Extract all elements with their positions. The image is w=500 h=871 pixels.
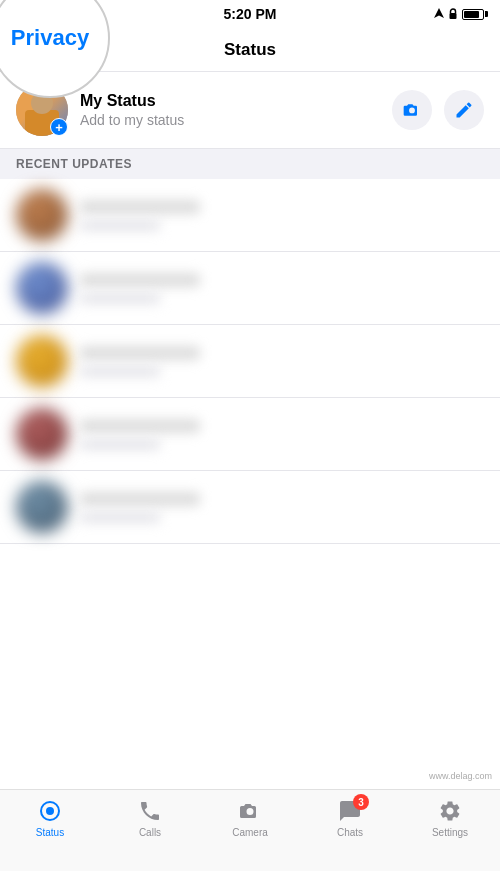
privacy-back-label: Privacy	[11, 25, 89, 51]
tab-chats[interactable]: 3 Chats	[300, 798, 400, 838]
settings-tab-icon	[437, 798, 463, 824]
time-display: 5:20 PM	[224, 6, 277, 22]
status-time-blur-3	[80, 366, 160, 377]
status-avatar-5	[16, 481, 68, 533]
status-avatar-1	[16, 189, 68, 241]
add-status-badge[interactable]: +	[50, 118, 68, 136]
camera-icon	[402, 100, 422, 120]
list-item[interactable]	[0, 398, 500, 471]
status-name-blur-3	[80, 346, 200, 360]
status-time-blur-2	[80, 293, 160, 304]
tab-calls-label: Calls	[139, 827, 161, 838]
status-info-3	[80, 346, 484, 377]
tab-settings[interactable]: Settings	[400, 798, 500, 838]
tab-status[interactable]: Status	[0, 798, 100, 838]
status-time-blur-4	[80, 439, 160, 450]
list-item[interactable]	[0, 179, 500, 252]
status-info-2	[80, 273, 484, 304]
tab-camera-label: Camera	[232, 827, 268, 838]
status-avatar-4	[16, 408, 68, 460]
camera-tab-icon	[237, 798, 263, 824]
status-name-blur-2	[80, 273, 200, 287]
tab-camera[interactable]: Camera	[200, 798, 300, 838]
watermark: www.delag.com	[429, 771, 492, 781]
status-tab-icon	[37, 798, 63, 824]
calls-tab-icon	[137, 798, 163, 824]
svg-rect-4	[449, 13, 456, 19]
status-list	[0, 179, 500, 544]
status-info-5	[80, 492, 484, 523]
chats-badge: 3	[353, 794, 369, 810]
edit-icon	[454, 100, 474, 120]
my-status-text-block: My Status Add to my status	[80, 92, 392, 128]
status-time-blur-1	[80, 220, 160, 231]
list-item[interactable]	[0, 325, 500, 398]
recent-updates-header: RECENT UPDATES	[0, 149, 500, 179]
my-status-name: My Status	[80, 92, 392, 110]
battery-icon	[462, 9, 484, 20]
my-status-actions	[392, 90, 484, 130]
status-info-4	[80, 419, 484, 450]
status-name-blur-1	[80, 200, 200, 214]
recent-updates-label: RECENT UPDATES	[16, 157, 132, 171]
tab-chats-label: Chats	[337, 827, 363, 838]
edit-action-button[interactable]	[444, 90, 484, 130]
status-avatar-2	[16, 262, 68, 314]
tab-settings-label: Settings	[432, 827, 468, 838]
status-info-1	[80, 200, 484, 231]
camera-action-button[interactable]	[392, 90, 432, 130]
status-avatar-3	[16, 335, 68, 387]
tab-calls[interactable]: Calls	[100, 798, 200, 838]
tab-status-label: Status	[36, 827, 64, 838]
list-item[interactable]	[0, 252, 500, 325]
status-name-blur-5	[80, 492, 200, 506]
tab-bar: Status Calls Camera 3 Chats	[0, 789, 500, 871]
status-name-blur-4	[80, 419, 200, 433]
list-item[interactable]	[0, 471, 500, 544]
my-status-subtitle: Add to my status	[80, 112, 392, 128]
status-time-blur-5	[80, 512, 160, 523]
svg-point-6	[46, 807, 54, 815]
chats-tab-icon: 3	[337, 798, 363, 824]
battery-area	[404, 8, 484, 20]
page-title: Status	[224, 40, 276, 60]
